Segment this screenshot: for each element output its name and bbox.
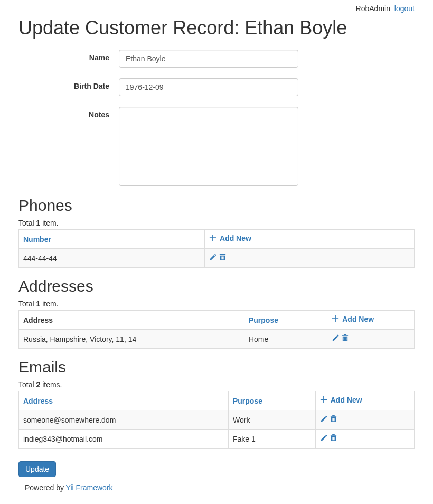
plus-icon: [320, 396, 328, 404]
add-new-label: Add New: [331, 396, 362, 404]
birthdate-input[interactable]: [119, 78, 298, 96]
emails-add-new-button[interactable]: Add New: [320, 396, 362, 404]
purpose-cell: Work: [228, 410, 315, 430]
addresses-col-address: Address: [19, 311, 244, 330]
pencil-icon[interactable]: [320, 434, 328, 442]
addresses-heading: Addresses: [18, 277, 415, 295]
birthdate-label: Birth Date: [18, 78, 119, 90]
phones-col-number[interactable]: Number: [19, 230, 205, 249]
trash-icon[interactable]: [330, 415, 338, 423]
actions-cell: [327, 330, 415, 349]
summary-suffix: item.: [40, 219, 58, 227]
table-row: someone@somewhere.dom Work: [19, 410, 415, 430]
email-address-cell: indieg343@hotmail.com: [19, 430, 229, 449]
phones-add-new-button[interactable]: Add New: [209, 234, 251, 242]
summary-prefix: Total: [18, 300, 36, 308]
summary-prefix: Total: [18, 219, 36, 227]
emails-summary: Total 2 items.: [18, 380, 415, 389]
actions-cell: [315, 430, 414, 449]
summary-prefix: Total: [18, 380, 36, 389]
add-new-label: Add New: [220, 234, 251, 242]
phones-heading: Phones: [18, 197, 415, 214]
trash-icon[interactable]: [341, 334, 350, 342]
actions-cell: [205, 249, 415, 268]
notes-textarea[interactable]: [119, 107, 298, 186]
pencil-icon[interactable]: [332, 334, 340, 342]
table-row: Russia, Hampshire, Victory, 11, 14 Home: [19, 330, 415, 349]
addresses-col-purpose[interactable]: Purpose: [244, 311, 327, 330]
footer-link[interactable]: Yii Framework: [66, 483, 113, 492]
username-label: RobAdmin: [356, 4, 390, 13]
trash-icon[interactable]: [219, 253, 227, 262]
addresses-add-new-button[interactable]: Add New: [332, 315, 374, 323]
pencil-icon[interactable]: [209, 253, 218, 262]
plus-icon: [209, 234, 218, 242]
footer-text: Powered by: [25, 483, 66, 492]
phones-table: Number Add New 444-44-44: [18, 229, 415, 268]
phones-summary: Total 1 item.: [18, 219, 415, 227]
emails-col-address[interactable]: Address: [19, 391, 229, 410]
emails-col-purpose[interactable]: Purpose: [228, 391, 315, 410]
name-input[interactable]: [119, 50, 298, 68]
update-button[interactable]: Update: [18, 461, 56, 477]
email-address-cell: someone@somewhere.dom: [19, 410, 229, 430]
notes-label: Notes: [18, 107, 119, 119]
addresses-table: Address Purpose Add New Russia, Hampshir…: [18, 310, 415, 349]
page-title: Update Customer Record: Ethan Boyle: [18, 17, 415, 39]
emails-table: Address Purpose Add New someone@somewher…: [18, 391, 415, 449]
table-row: indieg343@hotmail.com Fake 1: [19, 430, 415, 449]
plus-icon: [332, 315, 340, 323]
addresses-summary: Total 1 item.: [18, 300, 415, 308]
actions-cell: [315, 410, 414, 430]
pencil-icon[interactable]: [320, 415, 328, 423]
purpose-cell: Fake 1: [228, 430, 315, 449]
logout-link[interactable]: logout: [394, 4, 415, 13]
purpose-cell: Home: [244, 330, 327, 349]
table-row: 444-44-44: [19, 249, 415, 268]
topbar: RobAdmin logout: [18, 0, 415, 14]
summary-suffix: item.: [40, 300, 58, 308]
summary-suffix: items.: [40, 380, 62, 389]
address-cell: Russia, Hampshire, Victory, 11, 14: [19, 330, 244, 349]
phone-number-cell: 444-44-44: [19, 249, 205, 268]
name-label: Name: [18, 50, 119, 62]
add-new-label: Add New: [342, 315, 374, 323]
footer: Powered by Yii Framework: [18, 483, 415, 497]
emails-heading: Emails: [18, 358, 415, 376]
trash-icon[interactable]: [330, 434, 338, 442]
